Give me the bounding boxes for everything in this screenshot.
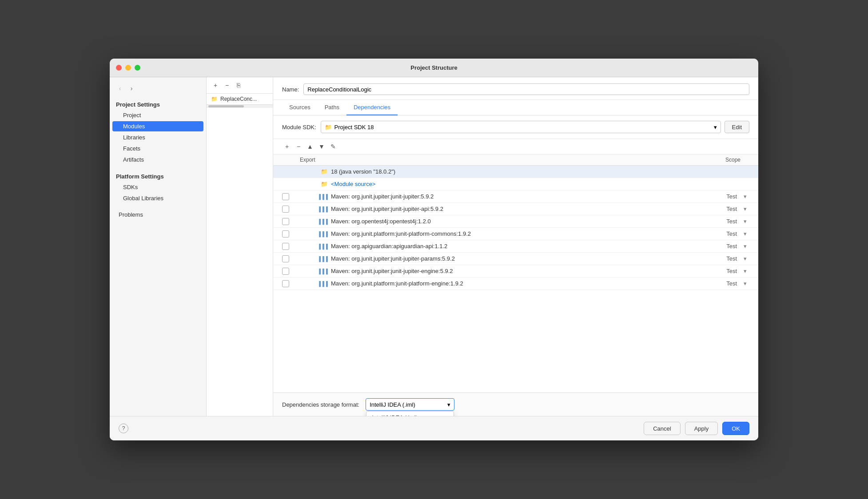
sidebar-item-sdks[interactable]: SDKs bbox=[112, 182, 203, 192]
sdk-edit-button[interactable]: Edit bbox=[725, 121, 749, 133]
forward-button[interactable]: › bbox=[127, 83, 136, 93]
add-dep-button[interactable]: + bbox=[282, 142, 292, 151]
library-icon: ▌▌▌ bbox=[319, 194, 329, 199]
scope-arrow[interactable]: ▾ bbox=[741, 193, 749, 200]
minimize-button[interactable] bbox=[125, 65, 131, 71]
storage-current-value: IntelliJ IDEA (.iml) bbox=[370, 401, 415, 408]
dep-name: Maven: org.apiguardian:apiguardian-api:1… bbox=[331, 243, 696, 250]
sidebar-item-problems[interactable]: Problems bbox=[112, 209, 203, 220]
check-col[interactable] bbox=[282, 218, 300, 225]
forward-icon: › bbox=[131, 85, 133, 92]
sidebar-item-facets[interactable]: Facets bbox=[112, 143, 203, 154]
check-col[interactable] bbox=[282, 193, 300, 200]
sidebar-item-global-libraries[interactable]: Global Libraries bbox=[112, 193, 203, 203]
sdk-value: Project SDK 18 bbox=[334, 124, 374, 131]
scope-arrow[interactable]: ▾ bbox=[741, 268, 749, 274]
table-row[interactable]: ▌▌▌ Maven: org.junit.platform:junit-plat… bbox=[273, 228, 758, 240]
scope-arrow[interactable]: ▾ bbox=[741, 230, 749, 237]
dep-name: 18 (java version "18.0.2") bbox=[331, 168, 696, 175]
sidebar-item-modules[interactable]: Modules bbox=[112, 121, 203, 131]
sdk-row: Module SDK: 📁 Project SDK 18 ▾ Edit bbox=[273, 115, 758, 139]
dropdown-option-iml[interactable]: IntelliJ IDEA (.iml) bbox=[366, 412, 454, 416]
tab-dependencies-label: Dependencies bbox=[354, 104, 390, 111]
sidebar-divider bbox=[110, 165, 206, 170]
sidebar-nav: ‹ › bbox=[110, 82, 206, 98]
table-row[interactable]: ▌▌▌ Maven: org.junit.platform:junit-plat… bbox=[273, 277, 758, 290]
sidebar-item-libraries[interactable]: Libraries bbox=[112, 132, 203, 143]
scope-arrow[interactable]: ▾ bbox=[741, 280, 749, 287]
table-row[interactable]: ▌▌▌ Maven: org.junit.jupiter:junit-jupit… bbox=[273, 265, 758, 277]
check-col[interactable] bbox=[282, 243, 300, 250]
scrollbar-thumb bbox=[208, 105, 244, 107]
apply-button[interactable]: Apply bbox=[685, 422, 718, 435]
tab-dependencies[interactable]: Dependencies bbox=[346, 100, 398, 115]
tab-sources[interactable]: Sources bbox=[282, 100, 318, 115]
sidebar-item-label: Global Libraries bbox=[123, 195, 163, 202]
check-col[interactable] bbox=[282, 268, 300, 275]
module-item-name: ReplaceConc... bbox=[220, 96, 257, 102]
storage-format-dropdown[interactable]: IntelliJ IDEA (.iml) ▾ IntelliJ IDEA (.i… bbox=[366, 398, 454, 411]
table-row[interactable]: ▌▌▌ Maven: org.junit.jupiter:junit-jupit… bbox=[273, 203, 758, 215]
add-module-button[interactable]: + bbox=[211, 81, 220, 90]
edit-dep-button[interactable]: ✎ bbox=[328, 142, 338, 151]
dep-checkbox[interactable] bbox=[282, 255, 289, 262]
name-label: Name: bbox=[282, 86, 299, 93]
scope-arrow[interactable]: ▾ bbox=[741, 243, 749, 250]
sidebar-item-project[interactable]: Project bbox=[112, 110, 203, 120]
sdk-dropdown-text: 📁 Project SDK 18 bbox=[325, 124, 374, 131]
module-panel: + − ⎘ 📁 ReplaceConc... bbox=[207, 77, 273, 416]
table-row[interactable]: 📁 <Module source> bbox=[273, 178, 758, 190]
platform-settings-header: Platform Settings bbox=[110, 170, 206, 182]
close-button[interactable] bbox=[116, 65, 122, 71]
dep-checkbox[interactable] bbox=[282, 230, 289, 238]
dep-icon: ▌▌▌ bbox=[318, 256, 331, 261]
remove-dep-button[interactable]: − bbox=[294, 142, 303, 151]
check-col[interactable] bbox=[282, 255, 300, 262]
dep-icon: 📁 bbox=[318, 181, 331, 187]
module-scrollbar[interactable] bbox=[207, 104, 273, 108]
tab-paths[interactable]: Paths bbox=[318, 100, 346, 115]
move-up-button[interactable]: ▲ bbox=[305, 142, 315, 151]
scope-arrow[interactable]: ▾ bbox=[741, 255, 749, 262]
dep-icon: ▌▌▌ bbox=[318, 244, 331, 249]
window-title: Project Structure bbox=[410, 64, 457, 71]
dep-checkbox[interactable] bbox=[282, 280, 289, 287]
dep-name: Maven: org.junit.jupiter:junit-jupiter-p… bbox=[331, 255, 696, 262]
sidebar-item-artifacts[interactable]: Artifacts bbox=[112, 154, 203, 165]
dep-name: Maven: org.opentest4j:opentest4j:1.2.0 bbox=[331, 218, 696, 225]
help-button[interactable]: ? bbox=[119, 424, 128, 433]
table-row[interactable]: 📁 18 (java version "18.0.2") bbox=[273, 166, 758, 178]
export-col-header: Export bbox=[300, 157, 335, 163]
dep-scope: Test bbox=[696, 218, 741, 225]
module-item-replace[interactable]: 📁 ReplaceConc... bbox=[207, 94, 273, 104]
dep-checkbox[interactable] bbox=[282, 206, 289, 213]
copy-module-button[interactable]: ⎘ bbox=[234, 81, 243, 90]
dep-checkbox[interactable] bbox=[282, 268, 289, 275]
table-row[interactable]: ▌▌▌ Maven: org.junit.jupiter:junit-jupit… bbox=[273, 253, 758, 265]
tabs-bar: Sources Paths Dependencies bbox=[273, 100, 758, 115]
scope-arrow[interactable]: ▾ bbox=[741, 206, 749, 212]
check-col[interactable] bbox=[282, 206, 300, 213]
scope-arrow[interactable]: ▾ bbox=[741, 218, 749, 225]
dep-icon: ▌▌▌ bbox=[318, 219, 331, 224]
name-input[interactable] bbox=[303, 83, 749, 95]
ok-button[interactable]: OK bbox=[722, 422, 749, 435]
check-col[interactable] bbox=[282, 280, 300, 287]
dep-table-header: Export Scope bbox=[273, 154, 758, 166]
cancel-button[interactable]: Cancel bbox=[644, 422, 680, 435]
dep-checkbox[interactable] bbox=[282, 243, 289, 250]
sdk-dropdown[interactable]: 📁 Project SDK 18 ▾ bbox=[321, 121, 721, 133]
table-row[interactable]: ▌▌▌ Maven: org.opentest4j:opentest4j:1.2… bbox=[273, 215, 758, 228]
remove-module-button[interactable]: − bbox=[223, 81, 231, 90]
table-row[interactable]: ▌▌▌ Maven: org.apiguardian:apiguardian-a… bbox=[273, 240, 758, 253]
dep-checkbox[interactable] bbox=[282, 218, 289, 225]
check-col[interactable] bbox=[282, 230, 300, 238]
folder-icon: 📁 bbox=[321, 168, 328, 175]
sidebar-item-label: Artifacts bbox=[123, 156, 144, 163]
table-row[interactable]: ▌▌▌ Maven: org.junit.jupiter:junit-jupit… bbox=[273, 190, 758, 203]
maximize-button[interactable] bbox=[135, 65, 140, 71]
back-button[interactable]: ‹ bbox=[115, 83, 125, 93]
move-down-button[interactable]: ▼ bbox=[317, 142, 326, 151]
dep-checkbox[interactable] bbox=[282, 193, 289, 200]
bottom-bar: Dependencies storage format: IntelliJ ID… bbox=[273, 392, 758, 416]
